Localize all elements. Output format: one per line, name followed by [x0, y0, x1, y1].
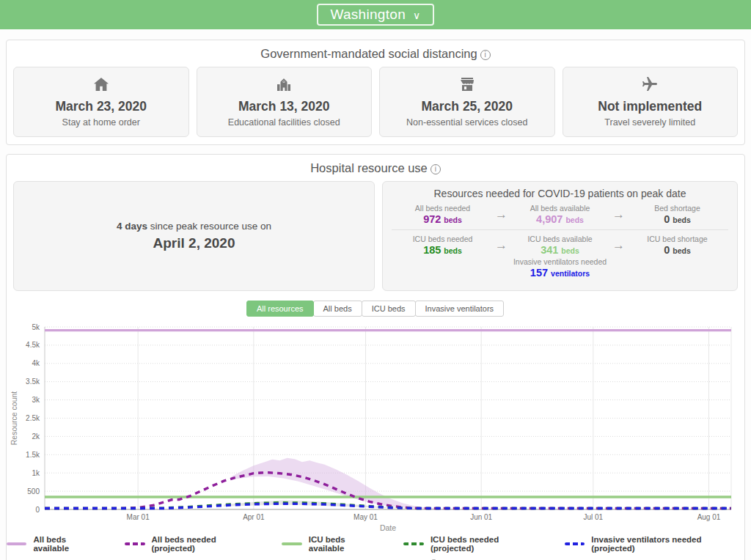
svg-text:Mar 01: Mar 01	[127, 513, 150, 521]
chart-tabs: All resources All beds ICU beds Invasive…	[7, 301, 744, 317]
svg-text:4.5k: 4.5k	[26, 341, 40, 349]
store-icon	[457, 75, 477, 93]
legend-ventilators-needed: Invasive ventilators needed (projected)	[565, 535, 744, 553]
tab-icu-beds[interactable]: ICU beds	[362, 301, 416, 317]
chart-legend: All beds available All beds needed (proj…	[7, 535, 744, 553]
svg-text:4k: 4k	[32, 359, 40, 367]
card-date: March 13, 2020	[202, 99, 367, 114]
legend-swatch	[565, 542, 585, 545]
tab-all-resources[interactable]: All resources	[246, 301, 314, 317]
stat-bed-shortage: Bed shortage 0 beds	[625, 204, 730, 225]
hospital-resource-section: Hospital resource usei 4 days since peak…	[6, 154, 745, 560]
stat-icu-bed-shortage: ICU bed shortage 0 beds	[625, 235, 730, 256]
svg-text:Apr 01: Apr 01	[243, 513, 265, 521]
svg-text:3.5k: 3.5k	[26, 377, 40, 386]
plane-icon	[640, 75, 660, 93]
legend-all-beds-needed: All beds needed (projected)	[125, 535, 260, 553]
card-non-essential-services: March 25, 2020 Non-essential services cl…	[379, 67, 555, 137]
resources-needed-title: Resources needed for COVID-19 patients o…	[390, 188, 730, 199]
svg-text:2k: 2k	[32, 432, 40, 441]
distancing-cards-row: March 23, 2020 Stay at home order March …	[7, 67, 744, 144]
arrow-right-icon: →	[495, 238, 508, 253]
arrow-right-icon: →	[495, 207, 508, 222]
card-label: Travel severely limited	[568, 117, 733, 128]
legend-swatch	[403, 542, 423, 545]
top-bar: Washington ∨	[0, 0, 751, 29]
divider	[392, 229, 728, 230]
svg-text:1k: 1k	[32, 469, 40, 477]
resources-needed-card: Resources needed for COVID-19 patients o…	[382, 181, 738, 291]
stat-icu-beds-available: ICU beds available 341 beds	[508, 235, 612, 256]
legend-icu-beds-available: ICU beds available	[282, 535, 381, 553]
svg-text:500: 500	[27, 487, 40, 495]
card-label: Educational facilities closed	[202, 117, 367, 128]
peak-days-text: 4 days since peak resource use on	[117, 221, 271, 232]
svg-text:2.5k: 2.5k	[26, 414, 40, 422]
svg-text:Jul 01: Jul 01	[583, 513, 603, 521]
legend-all-beds-available: All beds available	[7, 535, 103, 553]
tab-all-beds[interactable]: All beds	[313, 301, 362, 317]
state-selector-dropdown[interactable]: Washington ∨	[317, 4, 433, 26]
info-icon[interactable]: i	[480, 50, 491, 60]
all-beds-row: All beds needed 972 beds → All beds avai…	[390, 204, 730, 225]
resource-chart: 05001k1.5k2k2.5k3k3.5k4k4.5k5kMar 01Apr …	[7, 320, 744, 533]
school-icon	[274, 75, 294, 93]
card-date: March 25, 2020	[384, 99, 550, 114]
ventilators-row: Invasive ventilators needed 157 ventilat…	[390, 257, 730, 279]
svg-text:5k: 5k	[32, 323, 40, 331]
svg-text:Resource count: Resource count	[10, 391, 18, 446]
chevron-down-icon: ∨	[413, 10, 421, 21]
stat-all-beds-needed: All beds needed 972 beds	[390, 204, 495, 225]
home-icon	[91, 75, 111, 93]
info-icon[interactable]: i	[431, 164, 441, 174]
legend-swatch	[7, 542, 26, 545]
hospital-resource-title: Hospital resource usei	[7, 155, 744, 181]
tab-invasive-ventilators[interactable]: Invasive ventilators	[415, 301, 505, 317]
card-date: March 23, 2020	[18, 99, 184, 114]
card-travel-limited: Not implemented Travel severely limited	[563, 67, 739, 137]
svg-text:Aug 01: Aug 01	[697, 513, 721, 521]
legend-swatch	[125, 542, 144, 545]
svg-text:3k: 3k	[32, 396, 40, 404]
peak-date-card: 4 days since peak resource use on April …	[13, 181, 375, 291]
stat-ventilators-needed: Invasive ventilators needed 157 ventilat…	[513, 257, 607, 279]
resource-chart-svg[interactable]: 05001k1.5k2k2.5k3k3.5k4k4.5k5kMar 01Apr …	[7, 320, 744, 533]
peak-date: April 2, 2020	[153, 235, 235, 251]
card-label: Stay at home order	[18, 117, 184, 128]
card-label: Non-essential services closed	[384, 117, 550, 128]
hospital-summary-row: 4 days since peak resource use on April …	[7, 181, 744, 291]
state-selector-label: Washington	[330, 7, 406, 23]
icu-beds-row: ICU beds needed 185 beds → ICU beds avai…	[390, 235, 730, 256]
legend-icu-beds-needed: ICU beds needed (projected)	[403, 535, 542, 553]
svg-text:1.5k: 1.5k	[26, 451, 40, 459]
svg-text:Date: Date	[380, 523, 396, 532]
legend-swatch	[282, 542, 301, 545]
card-educational-facilities: March 13, 2020 Educational facilities cl…	[197, 67, 373, 137]
arrow-right-icon: →	[612, 238, 625, 253]
svg-text:May 01: May 01	[353, 513, 378, 521]
svg-text:0: 0	[35, 506, 40, 514]
stat-icu-beds-needed: ICU beds needed 185 beds	[390, 235, 495, 256]
card-stay-at-home: March 23, 2020 Stay at home order	[13, 67, 189, 137]
arrow-right-icon: →	[612, 207, 625, 222]
social-distancing-title: Government-mandated social distancingi	[7, 40, 744, 67]
stat-all-beds-available: All beds available 4,907 beds	[508, 204, 612, 225]
card-date: Not implemented	[568, 99, 733, 114]
social-distancing-section: Government-mandated social distancingi M…	[6, 40, 745, 145]
svg-text:Jun 01: Jun 01	[470, 513, 492, 521]
